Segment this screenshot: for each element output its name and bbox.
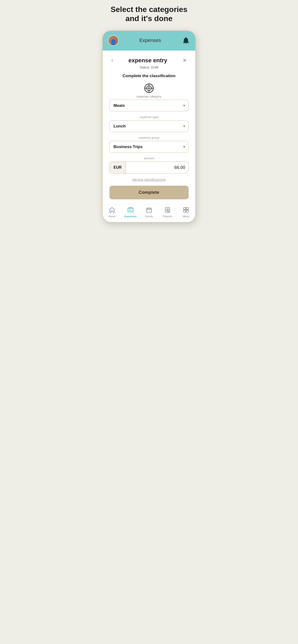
- svg-rect-18: [184, 208, 186, 210]
- expense-card: ‹ expense entry ✕ Status: Draft Complete…: [109, 56, 189, 199]
- expense-category-label: expense category: [137, 95, 162, 98]
- nav-label-home: Home: [108, 215, 115, 218]
- svg-rect-5: [129, 208, 132, 208]
- nav-label-reports: Reports: [163, 215, 172, 218]
- nav-item-reports[interactable]: pdf Reports: [158, 207, 177, 218]
- expense-group-field: expense group Business Trips Local Other…: [109, 136, 189, 152]
- amount-input[interactable]: [126, 162, 189, 174]
- events-icon: [146, 207, 152, 214]
- card-nav: ‹ expense entry ✕: [109, 56, 189, 64]
- expense-category-select-wrapper[interactable]: Meals Travel Accommodation ▾: [109, 100, 189, 112]
- amount-label: amount: [109, 156, 189, 160]
- meals-icon: [143, 83, 155, 94]
- expense-type-select-wrapper[interactable]: Lunch Dinner Breakfast ▾: [109, 120, 189, 132]
- header-title: Expenses: [139, 38, 161, 43]
- delete-classification-link[interactable]: elimina classificazione: [132, 178, 166, 182]
- nav-label-expenses: Expenses: [124, 215, 136, 218]
- svg-rect-4: [128, 208, 133, 212]
- back-arrow[interactable]: ‹: [109, 56, 115, 64]
- status-text: Status: Draft: [109, 66, 189, 69]
- svg-rect-20: [184, 210, 186, 212]
- content-area: ‹ expense entry ✕ Status: Draft Complete…: [103, 50, 195, 204]
- nav-item-menu[interactable]: Menu: [177, 207, 195, 218]
- card-title: expense entry: [128, 57, 167, 64]
- category-icon-wrap: expense category: [109, 83, 189, 98]
- reports-icon: pdf: [165, 207, 170, 214]
- bottom-nav: Home Expenses: [103, 204, 195, 222]
- expense-type-group: expense type Lunch Dinner Breakfast ▾: [109, 115, 189, 132]
- avatar[interactable]: [108, 35, 118, 46]
- expense-category-group: Meals Travel Accommodation ▾: [109, 100, 189, 112]
- app-header: Expenses: [103, 31, 195, 50]
- amount-group: amount EUR: [109, 156, 189, 174]
- nav-item-home[interactable]: Home: [103, 207, 121, 218]
- amount-row: EUR: [109, 162, 189, 174]
- expense-type-label: expense type: [109, 115, 189, 119]
- classification-title: Complete the classification: [109, 74, 189, 78]
- menu-icon: [183, 207, 189, 214]
- page-wrapper: Select the categories and it's done Expe…: [99, 5, 199, 222]
- expense-type-select[interactable]: Lunch Dinner Breakfast: [110, 120, 188, 132]
- expenses-icon: [128, 207, 133, 214]
- delete-link-wrapper: elimina classificazione: [109, 178, 189, 182]
- svg-rect-19: [186, 208, 188, 210]
- expense-group-label: expense group: [109, 136, 189, 140]
- bell-icon[interactable]: [182, 36, 190, 44]
- svg-text:pdf: pdf: [168, 210, 170, 212]
- nav-label-menu: Menu: [183, 215, 190, 218]
- complete-button[interactable]: Complete: [109, 186, 189, 199]
- expense-group-select[interactable]: Business Trips Local Other: [110, 141, 188, 152]
- svg-rect-8: [146, 208, 152, 212]
- expense-group-select-wrapper[interactable]: Business Trips Local Other ▾: [109, 141, 189, 152]
- hero-title: Select the categories and it's done: [108, 5, 190, 23]
- home-icon: [109, 207, 115, 214]
- nav-item-expenses[interactable]: Expenses: [121, 207, 140, 218]
- svg-rect-21: [186, 210, 188, 212]
- expense-category-select[interactable]: Meals Travel Accommodation: [110, 100, 188, 111]
- phone-frame: Expenses ‹ expense entry ✕ Status: Draft: [102, 30, 196, 222]
- nav-item-events[interactable]: Events: [140, 207, 158, 218]
- close-button[interactable]: ✕: [181, 56, 189, 64]
- currency-badge: EUR: [110, 162, 126, 174]
- nav-label-events: Events: [145, 215, 153, 218]
